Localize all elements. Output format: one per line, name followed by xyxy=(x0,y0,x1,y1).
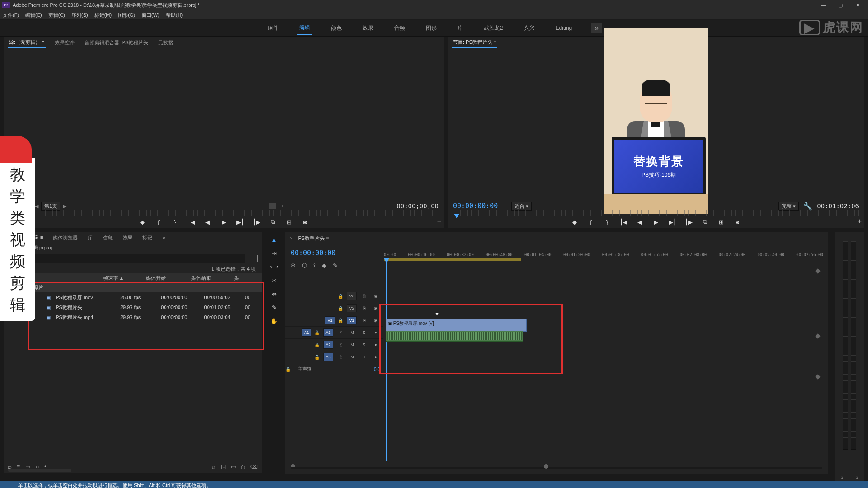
track-toggle-icon[interactable]: M xyxy=(348,341,357,348)
source-button-editor-icon[interactable]: + xyxy=(437,217,441,225)
track-content[interactable]: ▣ PS教程录屏.mov [V] ▾ xyxy=(384,267,823,461)
audio-track-header[interactable]: 🔒A2⎘MS● xyxy=(285,339,383,351)
menu-item[interactable]: 文件(F) xyxy=(3,12,19,19)
razor-tool[interactable]: ✂ xyxy=(270,276,278,284)
bin-row[interactable]: ▾ ▧ 原片 xyxy=(4,282,262,292)
source-tab[interactable]: 元数据 xyxy=(157,38,174,48)
project-view-icon[interactable]: ⎄ xyxy=(8,464,11,470)
work-area-bar[interactable] xyxy=(384,258,521,261)
transport-button[interactable]: ◀ xyxy=(204,218,211,225)
hand-tool[interactable]: ✋ xyxy=(270,317,278,325)
transport-button[interactable]: ▶⎮ xyxy=(236,218,244,225)
project-view-icon[interactable]: ▭ xyxy=(25,464,30,470)
scroll-marker-icon[interactable] xyxy=(815,333,820,338)
col-framerate[interactable]: 帧速率▲ xyxy=(103,275,146,282)
track-toggle-icon[interactable]: ● xyxy=(371,353,380,361)
video-track-header[interactable]: V1🔒V1⎘◉ xyxy=(285,314,383,327)
menu-item[interactable]: 帮助(H) xyxy=(166,12,183,19)
workspace-tab[interactable]: 图形 xyxy=(424,22,439,35)
project-action-icon[interactable]: ⎙ xyxy=(241,464,245,470)
program-zoom-dropdown[interactable]: 适合 ▾ xyxy=(511,202,532,211)
track-toggle-icon[interactable]: ◉ xyxy=(371,292,380,300)
track-toggle-icon[interactable]: ⎘ xyxy=(359,305,368,312)
minimize-button[interactable]: — xyxy=(815,0,832,9)
track-toggle-icon[interactable]: ● xyxy=(371,341,380,348)
program-timecode-left[interactable]: 00:00:00:00 xyxy=(453,202,498,210)
track-toggle-icon[interactable]: ⎘ xyxy=(359,292,368,300)
master-track-header[interactable]: 🔒主声道0.0 xyxy=(285,363,383,375)
pen-tool[interactable]: ✎ xyxy=(270,303,278,311)
col-media-extra[interactable]: 媒 xyxy=(234,275,252,282)
transport-button[interactable]: ◆ xyxy=(139,218,146,225)
transport-button[interactable]: ⎮▶ xyxy=(253,218,260,225)
menu-item[interactable]: 剪辑(C) xyxy=(48,12,65,19)
project-tabs-overflow-icon[interactable]: » xyxy=(161,233,166,242)
transport-button[interactable]: ◆ xyxy=(571,218,578,225)
lock-icon[interactable]: 🔒 xyxy=(338,306,344,311)
track-target[interactable]: A1 xyxy=(323,328,333,337)
audio-track-header[interactable]: 🔒A3⎘MS● xyxy=(285,351,383,363)
transport-button[interactable]: ⊞ xyxy=(717,218,725,225)
program-settings-icon[interactable]: 🔧 xyxy=(803,202,812,211)
track-toggle-icon[interactable]: ⎘ xyxy=(336,353,345,361)
source-tab[interactable]: 效果控件 xyxy=(54,38,75,48)
video-track-header[interactable]: 🔒V3⎘◉ xyxy=(285,290,383,302)
workspace-tab[interactable]: 颜色 xyxy=(329,22,344,35)
transport-button[interactable]: ⧉ xyxy=(701,218,708,225)
menu-item[interactable]: 编辑(E) xyxy=(25,12,42,19)
track-toggle-icon[interactable]: ◉ xyxy=(371,317,380,324)
track-toggle-icon[interactable]: ◉ xyxy=(371,305,380,312)
project-search-input[interactable] xyxy=(8,254,245,263)
track-toggle-icon[interactable]: ⎘ xyxy=(359,317,368,324)
ripple-tool[interactable]: ⟷ xyxy=(270,263,278,271)
lock-icon[interactable]: 🔒 xyxy=(338,318,344,323)
video-track-header[interactable]: 🔒V2⎘◉ xyxy=(285,302,383,314)
transport-button[interactable]: ⎮◀ xyxy=(188,218,195,225)
transport-button[interactable]: } xyxy=(604,218,611,225)
project-action-icon[interactable]: ⌫ xyxy=(250,464,258,470)
transport-button[interactable]: ◙ xyxy=(302,218,309,225)
transport-button[interactable]: ▶ xyxy=(652,218,660,225)
track-toggle-icon[interactable]: ⎘ xyxy=(336,341,345,348)
transport-button[interactable]: ⧉ xyxy=(269,218,276,225)
project-tab[interactable]: 标记 xyxy=(142,233,153,243)
program-quality-dropdown[interactable]: 完整 ▾ xyxy=(778,202,799,211)
project-tab[interactable]: 信息 xyxy=(102,233,113,243)
program-viewer[interactable]: 替换背景 PS技巧-106期 xyxy=(448,48,864,194)
maximize-button[interactable]: ▢ xyxy=(832,0,849,9)
workspace-tab[interactable]: 武胜龙2 xyxy=(482,22,505,35)
scroll-marker-icon[interactable] xyxy=(815,374,820,379)
project-action-icon[interactable]: ⌕ xyxy=(212,464,215,470)
transport-button[interactable]: } xyxy=(171,218,179,225)
workspace-overflow-icon[interactable]: » xyxy=(591,23,602,33)
solo-label[interactable]: S xyxy=(855,475,858,479)
transport-button[interactable]: ⎮▶ xyxy=(685,218,692,225)
project-tab[interactable]: 效果 xyxy=(122,233,133,243)
media-row[interactable]: ▣PS教程片头.mp429.97 fps00:00:00:0000:00:03:… xyxy=(4,312,262,322)
transport-button[interactable]: ⎮◀ xyxy=(620,218,627,225)
timeline-playhead-icon[interactable] xyxy=(384,258,389,263)
workspace-tab[interactable]: 音频 xyxy=(392,22,407,35)
selection-tool[interactable]: ▲ xyxy=(270,235,278,244)
track-target[interactable]: A2 xyxy=(323,341,333,349)
project-action-icon[interactable]: ◳ xyxy=(221,464,226,470)
solo-label[interactable]: S xyxy=(840,475,843,479)
workspace-tab[interactable]: 库 xyxy=(456,22,465,35)
project-view-icon[interactable]: ≡ xyxy=(17,464,20,470)
track-select-tool[interactable]: ⇥ xyxy=(270,249,278,257)
source-tab[interactable]: 音频剪辑混合器: PS教程片头 xyxy=(84,38,150,48)
media-row[interactable]: ▣PS教程录屏.mov25.00 fps00:00:00:0000:00:59:… xyxy=(4,292,262,302)
lock-icon[interactable]: 🔒 xyxy=(314,330,321,335)
transport-button[interactable]: { xyxy=(155,218,162,225)
track-toggle-icon[interactable]: ⎘ xyxy=(336,329,345,336)
project-action-icon[interactable]: ▭ xyxy=(231,464,236,470)
lock-icon[interactable]: 🔒 xyxy=(314,343,321,347)
sequence-tab[interactable]: PS教程片头 ≡ xyxy=(298,235,329,242)
close-button[interactable]: ✕ xyxy=(849,0,866,9)
source-tab[interactable]: 源:（无剪辑） ≡ xyxy=(8,37,46,48)
source-add-marker-icon[interactable]: + xyxy=(281,203,283,209)
slip-tool[interactable]: ⇔ xyxy=(270,290,278,298)
video-clip[interactable]: ▣ PS教程录屏.mov [V] xyxy=(386,319,527,332)
source-patch[interactable]: A1 xyxy=(302,328,311,337)
source-patch[interactable]: V1 xyxy=(325,316,335,324)
